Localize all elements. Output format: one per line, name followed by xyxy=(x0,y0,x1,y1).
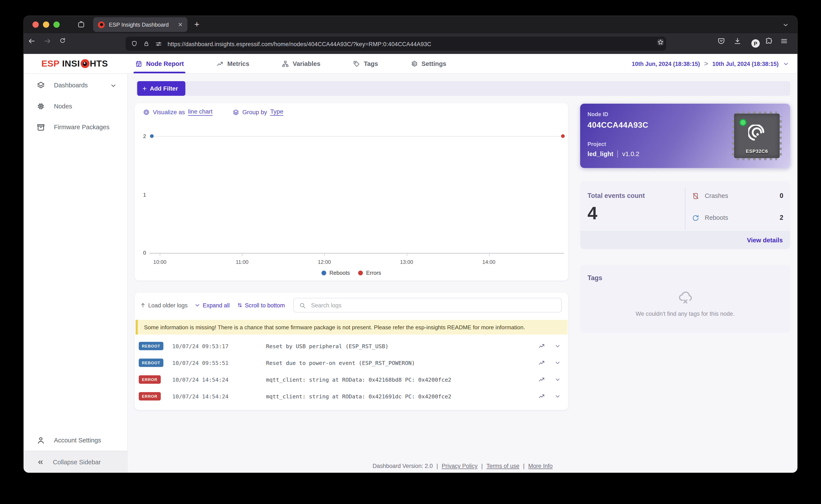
sidebar-item-dashboards[interactable]: Dashboards xyxy=(24,75,127,96)
pocket-icon[interactable] xyxy=(717,37,725,45)
data-point-errors[interactable] xyxy=(561,134,565,138)
x-axis-tick-label: 10:00 xyxy=(153,259,166,265)
list-all-tabs-icon[interactable] xyxy=(782,21,789,28)
log-row[interactable]: ERROR10/07/24 14:54:24mqtt_client: strin… xyxy=(135,388,568,405)
log-timestamp: 10/07/24 09:55:51 xyxy=(172,360,228,366)
lock-icon[interactable] xyxy=(143,40,150,47)
footer-separator: | xyxy=(521,463,526,469)
events-total-count: 4 xyxy=(587,203,597,223)
chip-body: ESP32C6 xyxy=(734,114,780,158)
permissions-icon[interactable] xyxy=(155,40,162,47)
tab-close-icon[interactable]: ✕ xyxy=(178,22,183,27)
view-details-link[interactable]: View details xyxy=(747,236,783,244)
tab-label: Settings xyxy=(421,60,446,67)
load-older-logs-button[interactable]: Load older logs xyxy=(140,302,188,308)
y-axis-tick-label: 2 xyxy=(135,133,146,139)
refresh-icon xyxy=(692,214,700,222)
tab-node-report[interactable]: Node Report xyxy=(135,54,184,73)
trend-icon[interactable] xyxy=(538,343,545,349)
esp-insights-logo[interactable]: ESP INSI HTS xyxy=(41,58,108,69)
plus-icon: + xyxy=(142,85,147,92)
visualize-as-control[interactable]: Visualize as line chart xyxy=(143,108,213,116)
menu-hamburger-icon[interactable] xyxy=(780,37,788,45)
tab-label: Node Report xyxy=(146,60,184,67)
downloads-icon[interactable] xyxy=(734,37,742,45)
scroll-to-bottom-button[interactable]: Scroll to bottom xyxy=(236,302,285,308)
tab-label: Metrics xyxy=(227,60,249,67)
add-filter-button[interactable]: + Add Filter xyxy=(137,81,185,96)
profile-icon[interactable]: P xyxy=(749,37,762,50)
browser-tab[interactable]: ESP Insights Dashboard ✕ xyxy=(93,17,187,32)
firefox-view-icon[interactable] xyxy=(77,20,85,29)
tab-metrics[interactable]: Metrics xyxy=(216,54,249,73)
date-range-end: 10th Jul, 2024 (18:38:15) xyxy=(712,61,779,67)
log-timestamp: 10/07/24 14:54:24 xyxy=(172,376,228,383)
date-range-picker[interactable]: 10th Jun, 2024 (18:38:15) > 10th Jul, 20… xyxy=(632,60,789,68)
node-id-label: Node ID xyxy=(587,111,608,117)
y-axis-tick-label: 0 xyxy=(135,250,146,256)
footer-link-terms-of-use[interactable]: Terms of use xyxy=(487,463,520,469)
collapse-sidebar-button[interactable]: Collapse Sidebar xyxy=(24,451,127,473)
log-row[interactable]: REBOOT10/07/24 09:53:17Reset by USB peri… xyxy=(135,338,568,354)
sidebar-item-label: Firmware Packages xyxy=(54,124,117,131)
logs-card: Load older logs Expand all Scroll to bot… xyxy=(135,293,568,410)
log-row[interactable]: ERROR10/07/24 14:54:24mqtt_client: strin… xyxy=(135,371,568,388)
load-older-logs-label: Load older logs xyxy=(148,302,187,308)
sidebar-item-firmware-packages[interactable]: Firmware Packages xyxy=(24,117,127,138)
minimize-window-button[interactable] xyxy=(43,21,49,28)
tab-tags[interactable]: Tags xyxy=(353,54,378,73)
shield-icon[interactable] xyxy=(131,40,138,47)
online-led-icon xyxy=(739,119,747,126)
url-bar[interactable]: https://dashboard.insights.espressif.com… xyxy=(126,37,666,51)
page-footer: Dashboard Version: 2.0 | Privacy Policy … xyxy=(128,463,797,469)
group-by-control[interactable]: Group by Type xyxy=(232,108,283,116)
legend-dot xyxy=(358,270,363,275)
log-type-badge: ERROR xyxy=(139,375,160,384)
events-row-crashes: Crashes0 xyxy=(692,191,783,201)
log-type-badge: ERROR xyxy=(139,392,160,401)
legend-label: Reboots xyxy=(329,270,350,276)
date-range-separator: > xyxy=(704,60,708,68)
trend-icon[interactable] xyxy=(538,376,545,383)
tab-variables[interactable]: Variables xyxy=(282,54,320,73)
back-button[interactable] xyxy=(28,37,36,45)
expand-all-button[interactable]: Expand all xyxy=(194,302,230,308)
reload-button[interactable] xyxy=(59,37,66,44)
chevron-down-icon[interactable] xyxy=(555,376,561,383)
project-version: v1.0.2 xyxy=(622,150,639,158)
layers-icon xyxy=(37,81,45,90)
search-logs-input[interactable] xyxy=(310,302,556,309)
trend-icon[interactable] xyxy=(538,359,545,366)
close-window-button[interactable] xyxy=(32,21,39,28)
sidebar-item-nodes[interactable]: Nodes xyxy=(24,96,127,117)
sidebar-item-account-settings[interactable]: Account Settings xyxy=(24,430,127,451)
trend-icon[interactable] xyxy=(538,393,545,400)
chevron-down-icon[interactable] xyxy=(555,343,561,349)
maximize-window-button[interactable] xyxy=(53,21,60,28)
log-row[interactable]: REBOOT10/07/24 09:55:51Reset due to powe… xyxy=(135,354,568,371)
log-message: Reset due to power-on event (ESP_RST_POW… xyxy=(266,360,415,366)
chevron-down-icon[interactable] xyxy=(555,360,561,366)
events-card-footer: View details xyxy=(580,231,790,249)
tags-card: Tags We couldn't find any tags for this … xyxy=(580,265,790,333)
footer-link-privacy-policy[interactable]: Privacy Policy xyxy=(442,463,477,469)
extensions-puzzle-icon[interactable] xyxy=(765,37,773,45)
group-by-link[interactable]: Type xyxy=(270,108,283,116)
log-search[interactable] xyxy=(293,298,562,313)
x-axis-tick xyxy=(242,253,243,256)
visualize-link[interactable]: line chart xyxy=(188,108,213,116)
new-tab-button[interactable]: + xyxy=(194,19,199,30)
data-point-reboots[interactable] xyxy=(150,134,154,138)
x-axis-tick xyxy=(160,253,160,256)
footer-link-more-info[interactable]: More Info xyxy=(528,463,553,469)
tab-settings[interactable]: Settings xyxy=(411,54,446,73)
legend-item-errors[interactable]: Errors xyxy=(358,270,381,276)
forward-button[interactable] xyxy=(43,37,51,45)
expand-all-label: Expand all xyxy=(203,302,230,308)
date-range-start: 10th Jun, 2024 (18:38:15) xyxy=(632,61,700,67)
legend-item-reboots[interactable]: Reboots xyxy=(322,270,350,276)
chevron-down-icon[interactable] xyxy=(555,393,561,399)
bookmark-star-icon[interactable] xyxy=(657,38,664,45)
trend-icon xyxy=(216,60,223,67)
app-header: ESP INSI HTS Node ReportMetricsVariables… xyxy=(24,54,798,74)
